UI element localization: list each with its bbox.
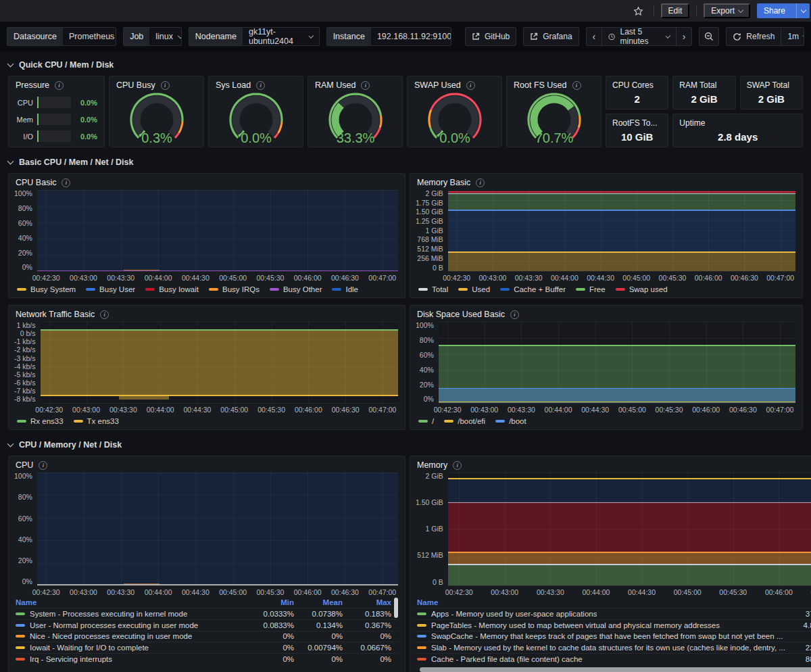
chart-network-traffic-basic[interactable]: 1 kb/s0 b/s-1 kb/s-2 kb/s-3 kb/s-4 kb/s-… [9,320,405,429]
column-header-min[interactable]: Min [785,598,811,606]
share-button[interactable]: Share [757,3,792,18]
legend-table-row[interactable]: Apps - Memory used by user-space applica… [416,608,811,619]
legend-item[interactable]: Tx ens33 [74,417,119,425]
legend-table-row[interactable]: Nice - Niced processes executing in user… [14,631,398,642]
series-name-cell[interactable]: PageTables - Memory used to map between … [417,621,785,629]
panel-uptime[interactable]: Uptime 2.8 days [672,114,803,147]
legend-item[interactable]: Swap used [616,285,668,293]
plot-area[interactable] [41,322,398,403]
panel-header[interactable]: Disk Space Used Basici [410,306,802,320]
series-name-cell[interactable]: Irq - Servicing interrupts [16,655,245,663]
info-icon[interactable]: i [476,178,485,187]
panel-header[interactable]: Root FS Usedi [507,76,601,91]
panel-swap-total[interactable]: SWAP Total 2 GiB [740,76,803,110]
section-quick-cpu-mem-disk[interactable]: Quick CPU / Mem / Disk [8,57,803,73]
grafana-link-button[interactable]: Grafana [523,27,579,46]
chart-cpu-basic[interactable]: 100%80%60%40%20%0%00:42:3000:43:0000:43:… [9,189,405,297]
instance-select[interactable]: 192.168.11.92:9100 [371,28,451,45]
chart-memory-basic[interactable]: 2 GiB1.75 GiB1.50 GiB1.25 GiB1 GiB768 Mi… [410,189,802,297]
info-icon[interactable]: i [55,81,64,90]
plot-area[interactable] [448,190,795,271]
refresh-button[interactable]: Refresh [727,28,781,45]
info-icon[interactable]: i [39,461,47,470]
chart-disk-space-used-basic[interactable]: 100%80%60%40%20%0%00:42:3000:43:0000:43:… [410,320,802,429]
column-header-name[interactable]: Name [417,598,785,606]
info-icon[interactable]: i [100,310,109,319]
chart-memory-detail[interactable]: 2 GiB1.50 GiB1 GiB512 MiB0 B00:42:3000:4… [410,471,811,597]
series-name-cell[interactable]: System - Processes executing in kernel m… [16,610,245,618]
info-icon[interactable]: i [453,461,462,470]
legend-item[interactable]: Busy User [86,285,135,293]
plot-area[interactable] [37,190,398,271]
star-icon[interactable] [631,3,647,18]
series-name-cell[interactable]: SwapCache - Memory that keeps track of p… [417,632,785,640]
panel-ram-total[interactable]: RAM Total 2 GiB [672,76,735,110]
info-icon[interactable]: i [62,178,70,187]
time-shift-forward-button[interactable]: › [676,28,692,45]
legend-table-row[interactable]: Iowait - Waiting for I/O to complete0%0.… [14,642,398,653]
legend-item[interactable]: Idle [332,285,358,293]
panel-header[interactable]: CPU Busyi [109,76,203,91]
info-icon[interactable]: i [256,81,265,90]
chart-cpu-detail[interactable]: 100%80%60%40%20%0%00:42:3000:43:0000:43:… [9,471,405,597]
share-split-button[interactable]: Share [757,3,810,18]
plot-area[interactable] [439,322,795,403]
info-icon[interactable]: i [466,81,475,90]
plot-area[interactable] [37,473,398,585]
legend-table-row[interactable]: PageTables - Memory used to map between … [416,619,811,631]
job-select[interactable]: linux [149,28,182,45]
datasource-select[interactable]: Prometheus [63,28,116,45]
panel-header[interactable]: Pressure i [9,76,104,91]
legend-item[interactable]: Busy System [17,285,76,293]
time-shift-back-button[interactable]: ‹ [587,28,602,45]
legend-item[interactable]: Used [458,285,490,293]
legend-item[interactable]: Rx ens33 [17,417,64,425]
series-name-cell[interactable]: Nice - Niced processes executing in user… [16,632,245,640]
series-name-cell[interactable]: User - Normal processes executing in use… [16,621,245,629]
info-icon[interactable]: i [361,81,370,90]
time-range-button[interactable]: Last 5 minutes [601,28,675,45]
share-dropdown-button[interactable] [796,3,810,18]
nodename-select[interactable]: gk11yt-ubuntu2404 [243,28,319,45]
legend-item[interactable]: Total [418,285,448,293]
panel-header[interactable]: SWAP Usedi [408,76,501,91]
legend-item[interactable]: /boot/efi [444,417,485,425]
legend-item[interactable]: Busy Iowait [145,285,199,293]
plot-area[interactable] [448,473,811,585]
legend-item[interactable]: Busy IRQs [209,285,260,293]
panel-header[interactable]: RAM Usedi [308,76,402,91]
series-name-cell[interactable]: Cache - Parked file data (file content) … [417,655,785,663]
section-cpu-memory-net-disk[interactable]: CPU / Memory / Net / Disk [8,437,803,453]
horizontal-scrollbar[interactable] [420,667,811,672]
info-icon[interactable]: i [161,81,170,90]
column-header-mean[interactable]: Mean [294,598,343,606]
vertical-scrollbar[interactable] [394,598,398,618]
panel-header[interactable]: Memory Basici [410,174,802,189]
panel-header[interactable]: CPUi [9,456,405,471]
refresh-interval-select[interactable]: 1m [781,28,804,45]
legend-table-row[interactable]: Irq - Servicing interrupts0%0%0% [14,653,398,665]
panel-cpu-cores[interactable]: CPU Cores 2 [606,76,668,110]
column-header-name[interactable]: Name [16,598,245,606]
edit-button[interactable]: Edit [661,3,690,18]
legend-item[interactable]: Busy Other [270,285,322,293]
info-icon[interactable]: i [572,81,581,90]
legend-table-row[interactable]: SwapCache - Memory that keeps track of p… [416,631,811,642]
section-basic-cpu-mem-net-disk[interactable]: Basic CPU / Mem / Net / Disk [8,154,803,170]
legend-table-row[interactable]: System - Processes executing in kernel m… [14,608,398,619]
legend-item[interactable]: Free [576,285,606,293]
github-link-button[interactable]: GitHub [465,27,516,46]
panel-header[interactable]: Memoryi [410,456,811,471]
panel-header[interactable]: Sys Loadi [209,76,303,91]
info-icon[interactable]: i [510,310,519,319]
column-header-min[interactable]: Min [245,598,294,606]
legend-item[interactable]: Cache + Buffer [500,285,566,293]
export-button[interactable]: Export [704,3,750,18]
series-name-cell[interactable]: Apps - Memory used by user-space applica… [417,610,785,618]
panel-rootfs-total[interactable]: RootFS To... 10 GiB [606,114,668,147]
legend-item[interactable]: /boot [495,417,526,425]
legend-table-row[interactable]: Slab - Memory used by the kernel to cach… [416,642,811,653]
column-header-max[interactable]: Max [343,598,391,606]
panel-header[interactable]: CPU Basici [9,174,405,189]
legend-item[interactable]: / [418,417,434,425]
